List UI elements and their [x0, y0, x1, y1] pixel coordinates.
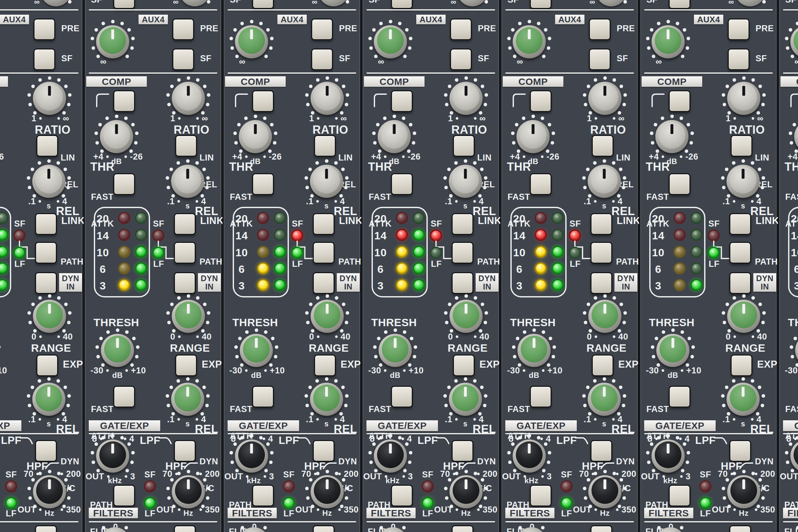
comp-fast-attack-button[interactable]: [113, 173, 135, 195]
dyn-in-button[interactable]: [174, 272, 196, 294]
aux4-pre-button[interactable]: [311, 19, 333, 40]
dyn-in-button[interactable]: [590, 272, 612, 294]
comp-fast-attack-button[interactable]: [530, 173, 552, 195]
comp-fast-attack-button[interactable]: [391, 173, 413, 195]
aux4-pre-button[interactable]: [728, 19, 749, 40]
meter-right-led-6: [690, 262, 703, 274]
next-section-button[interactable]: [35, 525, 57, 532]
aux4-sf-button[interactable]: [311, 49, 333, 70]
comp-path-flip-button[interactable]: [35, 242, 57, 264]
aux4-level-knob[interactable]: [90, 19, 135, 64]
meter-right-led-10: [552, 246, 564, 258]
aux4-level-knob[interactable]: [507, 19, 552, 64]
meter-right-led-20: [135, 212, 147, 224]
aux3-sf-button[interactable]: [252, 0, 274, 9]
link-label: LINK: [61, 215, 83, 227]
aux4-pre-button[interactable]: [589, 19, 611, 40]
aux4-level-knob[interactable]: [646, 19, 690, 64]
filters-path-flip-button[interactable]: [530, 485, 552, 507]
thresh-knob-pointer: [116, 338, 119, 348]
comp-link-button[interactable]: [35, 213, 57, 235]
gate-fast-attack-button[interactable]: [669, 386, 690, 407]
aux4-sf-button[interactable]: [450, 49, 472, 70]
next-section-button[interactable]: [590, 525, 612, 532]
gate-fast-attack-button[interactable]: [113, 386, 135, 407]
filters-path-flip-button[interactable]: [252, 485, 274, 507]
comp-link-button[interactable]: [452, 213, 473, 235]
dyn-sc-button[interactable]: [313, 440, 335, 462]
aux4-sf-button[interactable]: [34, 49, 55, 70]
gate-exp-button[interactable]: [592, 355, 613, 376]
dyn-in-button[interactable]: [729, 272, 751, 294]
gate-fast-attack-button[interactable]: [252, 386, 274, 407]
next-section-button[interactable]: [452, 525, 473, 532]
dyn-sc-button[interactable]: [452, 440, 473, 462]
comp-path-flip-button[interactable]: [452, 242, 473, 264]
gate-fast-attack-button[interactable]: [530, 386, 552, 407]
meter-left-led-20: [673, 212, 686, 224]
aux3-sf-button[interactable]: [669, 0, 690, 9]
range-max-label: • 40: [474, 332, 489, 342]
comp-path-flip-button[interactable]: [174, 242, 196, 264]
filters-path-flip-button[interactable]: [669, 485, 690, 507]
thresh-knob-pointer: [394, 338, 397, 348]
dyn-sc-button[interactable]: [590, 440, 612, 462]
gate-exp-button[interactable]: [175, 355, 197, 376]
gate-exp-button[interactable]: [314, 355, 336, 376]
comp-link-button[interactable]: [590, 213, 612, 235]
gate-exp-button[interactable]: [730, 355, 752, 376]
comp-path-flip-button[interactable]: [729, 242, 751, 264]
aux4-level-knob[interactable]: [229, 19, 274, 64]
dyn-in-button[interactable]: [313, 272, 335, 294]
comp-fast-attack-button[interactable]: [669, 173, 690, 195]
path-flip-label-line1: PATH: [616, 257, 639, 266]
comp-knee-button[interactable]: [530, 90, 552, 112]
comp-link-button[interactable]: [729, 213, 751, 235]
comp-lin-rel-button[interactable]: [36, 135, 58, 157]
aux3-sf-button[interactable]: [391, 0, 413, 9]
fast-attack-label-line1: FAST: [230, 192, 253, 202]
section-divider: [0, 73, 78, 74]
gate-exp-button[interactable]: [453, 355, 475, 376]
aux4-level-knob[interactable]: [368, 19, 413, 64]
dyn-sc-button[interactable]: [35, 440, 57, 462]
aux4-sf-button[interactable]: [172, 49, 194, 70]
aux4-pre-button[interactable]: [34, 19, 55, 40]
comp-lin-rel-button[interactable]: [314, 135, 336, 157]
section-divider: [89, 73, 217, 74]
next-section-button[interactable]: [729, 525, 751, 532]
comp-path-flip-button[interactable]: [590, 242, 612, 264]
dyn-in-button[interactable]: [35, 272, 57, 294]
comp-fast-attack-button[interactable]: [252, 173, 274, 195]
next-section-button[interactable]: [174, 525, 196, 532]
comp-lin-rel-button[interactable]: [730, 135, 752, 157]
aux4-sf-label: SF: [61, 54, 73, 63]
comp-path-flip-button[interactable]: [313, 242, 335, 264]
comp-link-button[interactable]: [313, 213, 335, 235]
aux4-pre-button[interactable]: [450, 19, 472, 40]
gate-exp-button[interactable]: [36, 355, 58, 376]
comp-lin-rel-button[interactable]: [453, 135, 475, 157]
gate-fast-attack-button[interactable]: [391, 386, 413, 407]
dyn-sc-button[interactable]: [729, 440, 751, 462]
comp-knee-button[interactable]: [669, 90, 690, 112]
filters-path-flip-button[interactable]: [113, 485, 135, 507]
aux3-sf-button[interactable]: [113, 0, 135, 9]
comp-link-button[interactable]: [174, 213, 196, 235]
comp-knee-button[interactable]: [391, 90, 413, 112]
comp-lin-rel-button[interactable]: [592, 135, 613, 157]
dyn-in-button[interactable]: [452, 272, 473, 294]
dyn-in-label-line2: IN: [622, 282, 630, 291]
filters-path-flip-button[interactable]: [391, 485, 413, 507]
comp-knee-button[interactable]: [113, 90, 135, 112]
aux3-sf-button[interactable]: [530, 0, 552, 9]
aux4-pre-button[interactable]: [172, 19, 194, 40]
dyn-sc-button[interactable]: [174, 440, 196, 462]
aux4-sf-button[interactable]: [728, 49, 749, 70]
comp-knee-button[interactable]: [252, 90, 274, 112]
aux4-sf-button[interactable]: [589, 49, 611, 70]
aux3-sf-label: SF: [785, 0, 797, 5]
hpf-end-label: • 350: [616, 505, 636, 515]
comp-lin-rel-button[interactable]: [175, 135, 197, 157]
next-section-button[interactable]: [313, 525, 335, 532]
